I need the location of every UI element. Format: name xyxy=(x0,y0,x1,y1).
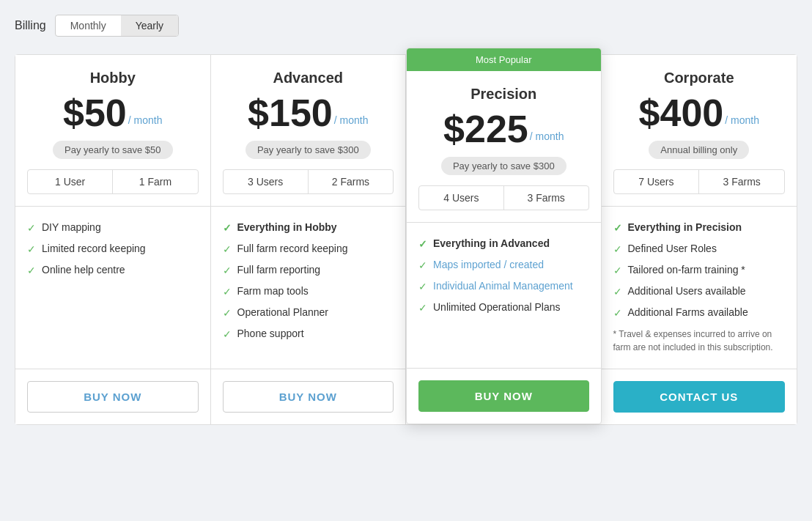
check-icon-hobby-0: ✓ xyxy=(27,222,36,234)
feature-item-advanced-3: ✓ Farm map tools xyxy=(223,285,394,298)
contact-us-button[interactable]: CONTACT US xyxy=(613,381,786,413)
check-icon-corporate-2: ✓ xyxy=(613,265,622,276)
plan-header-precision: Precision $225 / month Pay yearly to sav… xyxy=(407,71,601,223)
feature-item-corporate-2: ✓ Tailored on-farm training * xyxy=(613,264,786,276)
check-icon-corporate-3: ✓ xyxy=(613,286,622,298)
feature-text-advanced-4: Operational Planner xyxy=(237,306,329,318)
plan-price-advanced: $150 / month xyxy=(223,94,394,132)
plan-header-hobby: Hobby $50 / month Pay yearly to save $50… xyxy=(15,55,210,207)
save-badge-hobby: Pay yearly to save $50 xyxy=(53,141,173,159)
plan-footer-hobby: BUY NOW xyxy=(15,369,210,424)
check-icon-advanced-0: ✓ xyxy=(223,222,232,234)
plan-name-precision: Precision xyxy=(418,86,589,103)
feature-item-advanced-0: ✓ Everything in Hobby xyxy=(223,221,394,234)
feature-text-corporate-3: Additional Users available xyxy=(628,285,746,297)
feature-item-precision-1: ✓ Maps imported / created xyxy=(418,259,589,271)
plan-footer-advanced: BUY NOW xyxy=(211,369,406,424)
feature-text-hobby-0: DIY mapping xyxy=(42,221,101,233)
users-count-hobby: 1 User xyxy=(28,170,113,193)
check-icon-hobby-1: ✓ xyxy=(27,243,36,255)
price-amount-advanced: $150 xyxy=(248,94,333,132)
feature-text-advanced-2: Full farm reporting xyxy=(237,264,321,276)
feature-item-precision-3: ✓ Unlimited Operational Plans xyxy=(418,301,589,314)
check-icon-corporate-0: ✓ xyxy=(613,222,622,234)
users-farms-precision: 4 Users 3 Farms xyxy=(418,185,589,210)
plan-footer-corporate: CONTACT US xyxy=(602,369,797,424)
feature-item-corporate-4: ✓ Additional Farms available xyxy=(613,306,786,319)
check-icon-corporate-4: ✓ xyxy=(613,307,622,319)
check-icon-precision-2: ✓ xyxy=(418,281,427,292)
feature-item-corporate-0: ✓ Everything in Precision xyxy=(613,221,786,234)
users-farms-advanced: 3 Users 2 Farms xyxy=(223,169,394,194)
feature-text-corporate-2: Tailored on-farm training * xyxy=(628,264,745,276)
plan-name-corporate: Corporate xyxy=(613,70,786,86)
feature-item-corporate-3: ✓ Additional Users available xyxy=(613,285,786,298)
feature-text-corporate-1: Defined User Roles xyxy=(628,243,717,254)
billing-label: Billing xyxy=(15,19,46,32)
users-farms-corporate: 7 Users 3 Farms xyxy=(613,169,786,194)
check-icon-advanced-5: ✓ xyxy=(223,328,232,340)
check-icon-advanced-4: ✓ xyxy=(223,307,232,319)
feature-text-precision-2: Individual Animal Management xyxy=(433,280,573,292)
buy-now-button-hobby[interactable]: BUY NOW xyxy=(27,381,199,413)
feature-item-hobby-1: ✓ Limited record keeping xyxy=(27,243,199,255)
farms-count-hobby: 1 Farm xyxy=(113,170,197,193)
feature-text-advanced-1: Full farm record keeping xyxy=(237,243,348,254)
plan-features-hobby: ✓ DIY mapping ✓ Limited record keeping ✓… xyxy=(15,207,210,369)
price-period-corporate: / month xyxy=(725,114,759,126)
plan-name-hobby: Hobby xyxy=(27,70,199,86)
feature-item-advanced-1: ✓ Full farm record keeping xyxy=(223,243,394,255)
feature-text-precision-0: Everything in Advanced xyxy=(433,237,550,249)
pricing-grid: Hobby $50 / month Pay yearly to save $50… xyxy=(15,54,797,425)
plan-card-advanced: Advanced $150 / month Pay yearly to save… xyxy=(211,55,407,424)
farms-count-precision: 3 Farms xyxy=(504,186,588,210)
buy-now-button-advanced[interactable]: BUY NOW xyxy=(223,381,394,413)
plan-features-precision: ✓ Everything in Advanced ✓ Maps imported… xyxy=(407,223,601,368)
plan-footer-precision: BUY NOW xyxy=(407,368,601,424)
farms-count-corporate: 3 Farms xyxy=(699,170,784,193)
feature-text-advanced-5: Phone support xyxy=(237,328,304,339)
feature-text-hobby-1: Limited record keeping xyxy=(42,243,146,254)
plan-header-advanced: Advanced $150 / month Pay yearly to save… xyxy=(211,55,406,207)
plan-name-advanced: Advanced xyxy=(223,70,394,86)
price-period-hobby: / month xyxy=(128,114,163,126)
feature-item-hobby-2: ✓ Online help centre xyxy=(27,264,199,276)
users-count-precision: 4 Users xyxy=(419,186,504,210)
price-period-advanced: / month xyxy=(334,114,369,126)
buy-now-button-precision[interactable]: BUY NOW xyxy=(418,380,589,412)
most-popular-badge: Most Popular xyxy=(407,48,601,71)
plan-features-advanced: ✓ Everything in Hobby ✓ Full farm record… xyxy=(211,207,406,369)
feature-item-hobby-0: ✓ DIY mapping xyxy=(27,221,199,234)
save-badge-advanced: Pay yearly to save $300 xyxy=(246,141,371,159)
feature-item-precision-0: ✓ Everything in Advanced xyxy=(418,237,589,250)
yearly-tab[interactable]: Yearly xyxy=(121,15,178,36)
plan-header-corporate: Corporate $400 / month Annual billing on… xyxy=(602,55,797,207)
price-amount-hobby: $50 xyxy=(63,94,127,132)
monthly-tab[interactable]: Monthly xyxy=(56,15,121,36)
check-icon-advanced-1: ✓ xyxy=(223,243,232,255)
feature-item-precision-2: ✓ Individual Animal Management xyxy=(418,280,589,292)
plan-price-hobby: $50 / month xyxy=(27,94,199,132)
users-count-advanced: 3 Users xyxy=(224,170,309,193)
save-badge-precision: Pay yearly to save $300 xyxy=(441,157,566,175)
check-icon-advanced-3: ✓ xyxy=(223,286,232,298)
price-amount-precision: $225 xyxy=(443,110,528,148)
users-farms-hobby: 1 User 1 Farm xyxy=(27,169,199,194)
feature-item-advanced-5: ✓ Phone support xyxy=(223,328,394,340)
check-icon-precision-3: ✓ xyxy=(418,302,427,314)
feature-item-advanced-4: ✓ Operational Planner xyxy=(223,306,394,319)
plan-features-corporate: ✓ Everything in Precision ✓ Defined User… xyxy=(602,207,797,369)
check-icon-precision-1: ✓ xyxy=(418,259,427,271)
feature-text-corporate-4: Additional Farms available xyxy=(628,306,748,318)
feature-text-precision-1: Maps imported / created xyxy=(433,259,544,270)
price-period-precision: / month xyxy=(530,130,564,142)
feature-text-advanced-0: Everything in Hobby xyxy=(237,221,337,233)
plan-card-hobby: Hobby $50 / month Pay yearly to save $50… xyxy=(15,55,211,424)
feature-text-precision-3: Unlimited Operational Plans xyxy=(433,301,561,313)
check-icon-hobby-2: ✓ xyxy=(27,265,36,276)
feature-text-advanced-3: Farm map tools xyxy=(237,285,309,297)
plan-price-precision: $225 / month xyxy=(418,110,589,148)
plan-card-precision: Most Popular Precision $225 / month Pay … xyxy=(406,48,602,424)
check-icon-advanced-2: ✓ xyxy=(223,265,232,276)
billing-toggle: Monthly Yearly xyxy=(55,15,179,37)
